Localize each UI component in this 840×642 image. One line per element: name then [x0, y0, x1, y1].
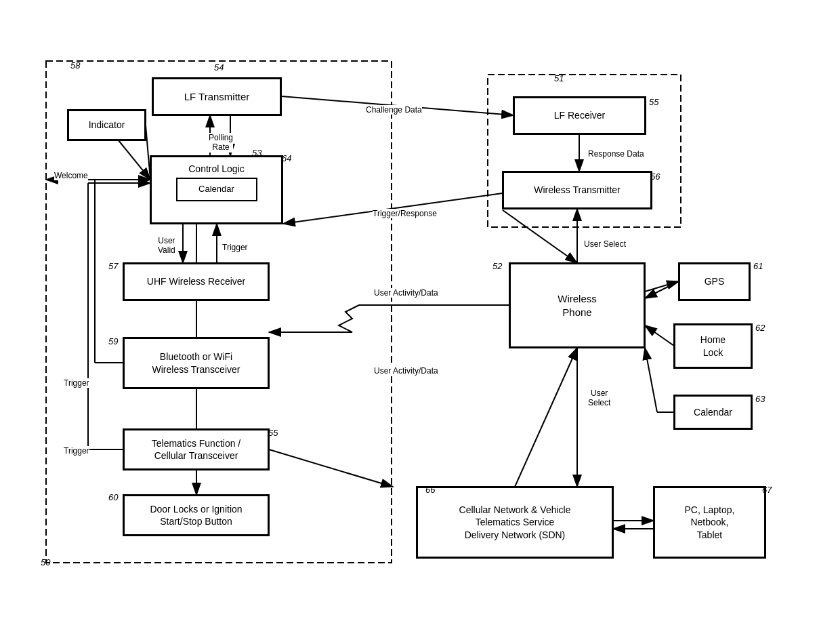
- ref-64: 64: [282, 153, 291, 163]
- door-locks-box: Door Locks or IgnitionStart/Stop Button: [123, 495, 269, 536]
- lf-receiver-box: LF Receiver: [513, 97, 646, 134]
- label-polling-rate: PollingRate: [209, 133, 233, 153]
- indicator-box: Indicator: [68, 110, 146, 140]
- ref-50: 50: [41, 557, 50, 567]
- ref-66: 66: [425, 485, 435, 495]
- cellular-network-box: Cellular Network & VehicleTelematics Ser…: [417, 487, 613, 558]
- ref-61: 61: [753, 261, 763, 271]
- svg-line-44: [645, 325, 674, 346]
- svg-line-41: [515, 348, 577, 487]
- label-trigger-response: Trigger/Response: [373, 209, 437, 218]
- lf-transmitter-box: LF Transmitter: [152, 78, 281, 115]
- ref-53: 53: [252, 148, 261, 158]
- telematics-box: Telematics Function /Cellular Transceive…: [123, 429, 269, 470]
- ref-51: 51: [554, 73, 564, 83]
- ref-63: 63: [755, 394, 765, 404]
- calendar-inner-box: Calendar: [176, 178, 257, 201]
- bluetooth-box: Bluetooth or WiFiWireless Transceiver: [123, 338, 269, 388]
- label-trigger-bt: Trigger: [64, 378, 89, 388]
- label-challenge-data: Challenge Data: [366, 105, 422, 115]
- ref-60: 60: [108, 492, 118, 502]
- gps-box: GPS: [679, 263, 750, 300]
- svg-line-24: [503, 210, 577, 263]
- label-trigger-tel: Trigger: [64, 446, 89, 456]
- svg-line-51: [269, 449, 393, 487]
- ref-62: 62: [755, 323, 765, 333]
- svg-line-46: [645, 348, 657, 412]
- pc-laptop-box: PC, Laptop,Netbook,Tablet: [654, 487, 765, 558]
- ref-58: 58: [70, 60, 80, 71]
- svg-line-29: [146, 125, 150, 180]
- ref-57: 57: [108, 261, 118, 271]
- label-user-valid: UserValid: [158, 236, 175, 256]
- home-lock-box: HomeLock: [674, 324, 752, 368]
- wireless-phone-box: WirelessPhone: [509, 263, 645, 348]
- ref-67: 67: [762, 485, 772, 495]
- ref-59: 59: [108, 336, 118, 346]
- calendar-right-box: Calendar: [674, 395, 752, 429]
- ref-56: 56: [650, 172, 660, 182]
- ref-55: 55: [649, 97, 658, 107]
- label-response-data: Response Data: [588, 149, 644, 159]
- label-trigger-top: Trigger: [222, 243, 248, 252]
- label-user-activity2: User Activity/Data: [374, 366, 438, 376]
- label-user-select-bot: UserSelect: [588, 388, 610, 408]
- wireless-transmitter-box: Wireless Transmitter: [503, 172, 652, 209]
- ref-52: 52: [492, 261, 502, 271]
- label-user-select-top: User Select: [584, 239, 626, 249]
- ref-65: 65: [268, 428, 278, 438]
- ref-54: 54: [214, 62, 224, 73]
- control-logic-label: Control Logic: [152, 163, 281, 175]
- label-user-activity1: User Activity/Data: [374, 288, 438, 298]
- uhf-receiver-box: UHF Wireless Receiver: [123, 263, 269, 300]
- control-logic-box: Control Logic Calendar: [150, 156, 282, 224]
- label-welcome: Welcome: [54, 171, 88, 180]
